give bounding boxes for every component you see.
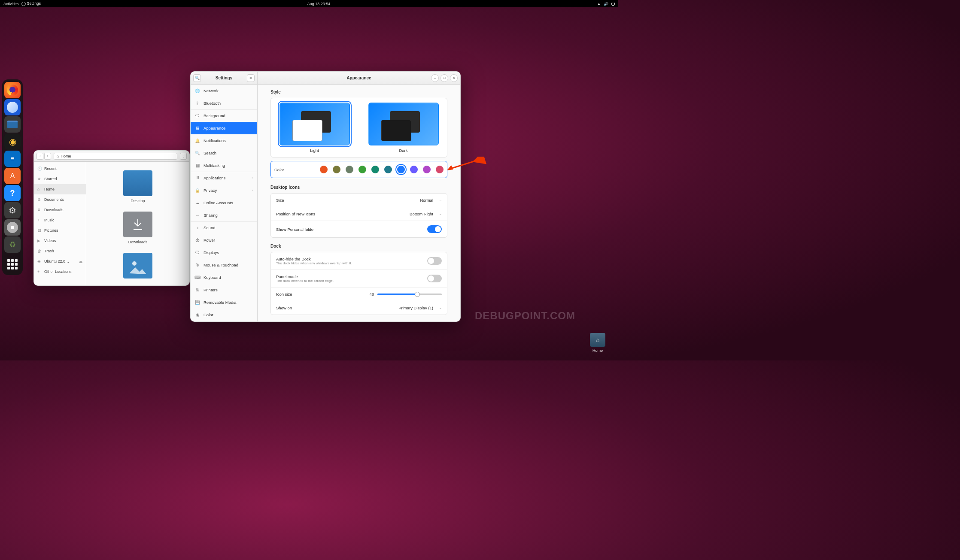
- color-swatch-8[interactable]: [423, 166, 431, 173]
- color-swatch-2[interactable]: [346, 166, 353, 173]
- files-window: ‹ › ⌂Home ⋮ 🕐Recent ★Starred ⌂Home 🗎Docu…: [33, 150, 190, 286]
- sidebar-item-trash[interactable]: 🗑Trash: [34, 246, 86, 256]
- sidebar-item-other-locations[interactable]: +Other Locations: [34, 266, 86, 277]
- trash-icon: ♻: [9, 240, 16, 249]
- folder-pictures[interactable]: [123, 253, 152, 278]
- desktop-icons-card: Size Normal⌄ Position of New Icons Botto…: [270, 193, 447, 238]
- chevron-down-icon: ⌄: [439, 306, 442, 310]
- toggle-show-personal-folder[interactable]: [427, 225, 442, 233]
- sidebar-item-music[interactable]: ♪Music: [34, 215, 86, 225]
- folder-desktop[interactable]: Desktop: [123, 170, 152, 203]
- sidebar-item-privacy[interactable]: 🔒Privacy›: [191, 184, 257, 197]
- toggle-autohide-dock[interactable]: [427, 257, 442, 265]
- sidebar-item-removable-media[interactable]: 💾Removable Media: [191, 296, 257, 309]
- nav-back-button[interactable]: ‹: [36, 153, 43, 160]
- sidebar-item-starred[interactable]: ★Starred: [34, 174, 86, 184]
- sidebar-icon: ▦: [195, 163, 200, 168]
- sidebar-item-displays[interactable]: 🖵Displays: [191, 246, 257, 259]
- appmenu-button[interactable]: Settings: [21, 1, 41, 6]
- row-icon-size[interactable]: Size Normal⌄: [271, 194, 447, 207]
- network-icon[interactable]: ▲: [597, 2, 601, 6]
- dock-disk[interactable]: [4, 219, 21, 236]
- maximize-button[interactable]: □: [441, 74, 448, 82]
- svg-line-1: [448, 159, 482, 170]
- dock-firefox[interactable]: [4, 82, 21, 98]
- style-option-light[interactable]: Light: [279, 103, 350, 153]
- sidebar-item-multitasking[interactable]: ▦Multitasking: [191, 159, 257, 172]
- row-icon-size-slider: Icon size 48: [271, 288, 447, 301]
- clock[interactable]: Aug 13 23:54: [41, 2, 597, 6]
- sidebar-item-printers[interactable]: 🖶Printers: [191, 284, 257, 296]
- color-swatch-1[interactable]: [333, 166, 340, 173]
- sidebar-item-applications[interactable]: ⠿Applications›: [191, 172, 257, 184]
- dock-thunderbird[interactable]: [4, 99, 21, 115]
- chevron-right-icon: ›: [252, 188, 253, 192]
- minimize-button[interactable]: –: [431, 74, 439, 82]
- volume-icon[interactable]: 🔊: [604, 2, 608, 6]
- dock-help[interactable]: ?: [4, 185, 21, 201]
- sidebar-item-background[interactable]: 🖵Background: [191, 109, 257, 122]
- color-swatch-9[interactable]: [436, 166, 444, 173]
- sidebar-item-downloads[interactable]: ⬇Downloads: [34, 205, 86, 215]
- color-swatch-5[interactable]: [384, 166, 392, 173]
- color-swatch-6[interactable]: [397, 166, 405, 173]
- sidebar-item-mouse-touchpad[interactable]: 🖱Mouse & Touchpad: [191, 259, 257, 271]
- dock-files[interactable]: [4, 116, 21, 133]
- color-swatch-0[interactable]: [320, 166, 328, 173]
- dock-trash[interactable]: ♻: [4, 236, 21, 253]
- color-label: Color: [274, 167, 284, 172]
- sidebar-item-keyboard[interactable]: ⌨Keyboard: [191, 271, 257, 284]
- style-option-dark[interactable]: Dark: [368, 103, 439, 153]
- sidebar-item-videos[interactable]: ▶Videos: [34, 236, 86, 246]
- sidebar-item-sound[interactable]: ♪Sound: [191, 221, 257, 234]
- row-show-on[interactable]: Show on Primary Display (1)⌄: [271, 301, 447, 315]
- speaker-icon: ◉: [9, 136, 16, 147]
- desktop-home-folder[interactable]: ⌂ Home: [590, 333, 605, 353]
- sidebar-item-bluetooth[interactable]: ᛒBluetooth: [191, 97, 257, 109]
- sidebar-icon: 🔔: [195, 138, 200, 143]
- style-thumb-dark: [368, 103, 439, 145]
- sidebar-icon: 🖥: [195, 125, 200, 130]
- power-icon[interactable]: ⏻: [611, 2, 615, 6]
- dock-software[interactable]: A: [4, 168, 21, 184]
- sidebar-icon: 💾: [195, 300, 200, 305]
- dock-settings[interactable]: ⚙: [4, 202, 21, 218]
- sidebar-item-home[interactable]: ⌂Home: [34, 184, 86, 194]
- sidebar-item-color[interactable]: ◉Color: [191, 309, 257, 321]
- row-new-icons-position[interactable]: Position of New Icons Bottom Right⌄: [271, 207, 447, 221]
- sidebar-item-notifications[interactable]: 🔔Notifications: [191, 134, 257, 147]
- nav-forward-button[interactable]: ›: [44, 153, 51, 160]
- icon-size-slider[interactable]: [377, 294, 442, 295]
- sidebar-item-network[interactable]: 🌐Network: [191, 85, 257, 97]
- dock-rhythmbox[interactable]: ◉: [4, 133, 21, 150]
- folder-downloads[interactable]: Downloads: [123, 212, 152, 244]
- trash-icon: 🗑: [37, 249, 42, 253]
- page-title: Appearance: [346, 76, 371, 80]
- sidebar-title: Settings: [204, 76, 244, 80]
- toggle-panel-mode[interactable]: [427, 275, 442, 282]
- sidebar-item-recent[interactable]: 🕐Recent: [34, 163, 86, 174]
- breadcrumb[interactable]: ⌂Home: [54, 153, 177, 160]
- activities-button[interactable]: Activities: [3, 2, 19, 6]
- files-menu-button[interactable]: ⋮: [180, 153, 187, 160]
- home-icon: ⌂: [57, 154, 59, 158]
- search-button[interactable]: 🔍: [193, 74, 201, 82]
- sidebar-item-ubuntu-disk[interactable]: ◉Ubuntu 22.0…⏏: [34, 256, 86, 266]
- video-icon: ▶: [37, 239, 42, 243]
- sidebar-icon: ☁: [195, 200, 200, 205]
- close-button[interactable]: ✕: [450, 74, 458, 82]
- sidebar-item-pictures[interactable]: 🖼Pictures: [34, 225, 86, 236]
- sidebar-item-online-accounts[interactable]: ☁Online Accounts: [191, 197, 257, 209]
- sidebar-item-appearance[interactable]: 🖥Appearance: [191, 122, 257, 134]
- sidebar-item-search[interactable]: 🔍Search: [191, 147, 257, 159]
- sidebar-item-power[interactable]: ⏻Power: [191, 234, 257, 246]
- color-swatch-7[interactable]: [410, 166, 418, 173]
- eject-icon[interactable]: ⏏: [79, 260, 82, 263]
- dock-show-apps[interactable]: [4, 256, 21, 272]
- hamburger-button[interactable]: ≡: [247, 74, 255, 82]
- color-swatch-4[interactable]: [371, 166, 379, 173]
- color-swatch-3[interactable]: [358, 166, 366, 173]
- sidebar-item-sharing[interactable]: ↔Sharing: [191, 209, 257, 221]
- dock-libreoffice[interactable]: ≡: [4, 151, 21, 167]
- sidebar-item-documents[interactable]: 🗎Documents: [34, 194, 86, 205]
